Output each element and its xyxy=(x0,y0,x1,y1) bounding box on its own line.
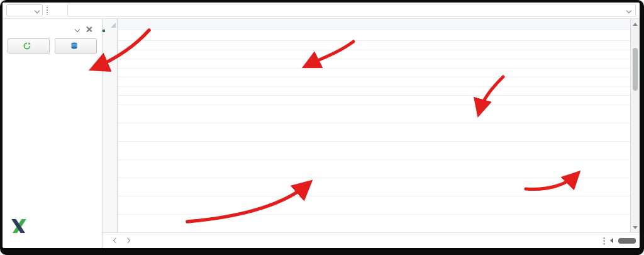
column-headers xyxy=(103,19,631,30)
horizontal-scroll-thumb[interactable] xyxy=(618,238,636,244)
vertical-scroll-thumb[interactable] xyxy=(633,48,638,91)
select-all-corner[interactable] xyxy=(103,19,118,29)
hscroll-left-icon[interactable] xyxy=(610,238,613,243)
scroll-down-icon[interactable] xyxy=(631,223,640,232)
sql-spreads-panel xyxy=(3,19,103,248)
selected-cell-i12[interactable] xyxy=(103,30,105,32)
formula-splitter-icon[interactable] xyxy=(46,6,48,15)
screenshot-frame xyxy=(0,0,644,255)
refresh-icon xyxy=(23,42,31,50)
refresh-button[interactable] xyxy=(8,38,50,54)
name-box[interactable] xyxy=(6,4,43,16)
formula-expand-icon[interactable] xyxy=(627,8,631,13)
tabbar-menu-icon[interactable] xyxy=(603,237,605,245)
row-headers xyxy=(103,30,118,232)
spreadsheet xyxy=(103,19,640,232)
new-sheet-button[interactable] xyxy=(139,233,159,248)
excel-window xyxy=(3,3,640,248)
formula-bar-row xyxy=(3,3,640,19)
sheet-tab-bar xyxy=(103,232,640,248)
panel-menu-icon[interactable] xyxy=(75,27,80,31)
logo-x-icon xyxy=(10,219,28,233)
vertical-scrollbar[interactable] xyxy=(630,19,640,232)
save-database-icon xyxy=(70,42,78,50)
tree-filter xyxy=(3,59,102,61)
panel-close-icon[interactable] xyxy=(86,26,92,32)
sql-spreads-logo xyxy=(10,219,32,233)
tabs-prev-icon[interactable] xyxy=(113,239,117,243)
sheet-grid xyxy=(103,30,631,232)
scroll-up-icon[interactable] xyxy=(631,20,640,28)
formula-input[interactable] xyxy=(67,4,636,17)
save-button[interactable] xyxy=(55,38,97,54)
tabs-next-icon[interactable] xyxy=(126,239,130,243)
chevron-down-icon[interactable] xyxy=(35,8,40,13)
